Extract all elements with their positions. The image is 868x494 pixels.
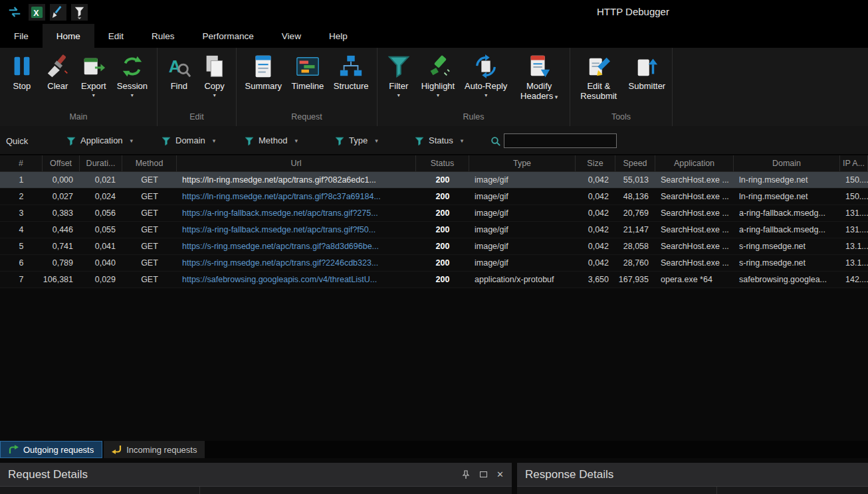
cell-url[interactable]: https://a-ring-fallback.msedge.net/apc/t… (177, 205, 416, 221)
search-input[interactable] (504, 133, 617, 148)
cell-ip[interactable]: 131.... (840, 222, 868, 238)
cell-num[interactable]: 4 (0, 222, 43, 238)
cell-num[interactable]: 6 (0, 255, 43, 271)
filter-dropdown-application[interactable]: Application▾ (66, 135, 133, 145)
export-button[interactable]: Export▾ (80, 54, 108, 112)
column-header-url[interactable]: Url (177, 155, 416, 171)
cell-duration[interactable]: 0,021 (80, 172, 122, 188)
column-header-num[interactable]: # (0, 155, 43, 171)
cell-url[interactable]: https://ln-ring.msedge.net/apc/trans.gif… (177, 189, 416, 205)
cell-num[interactable]: 1 (0, 172, 43, 188)
auto-reply-button[interactable]: Auto-Reply▾ (463, 54, 508, 112)
cell-url[interactable]: https://safebrowsing.googleapis.com/v4/t… (177, 272, 416, 288)
cell-speed[interactable]: 20,769 (615, 205, 655, 221)
cell-status[interactable]: 200 (416, 272, 469, 288)
filter-dropdown-status[interactable]: Status▾ (415, 135, 463, 145)
cell-size[interactable]: 3,650 (576, 272, 615, 288)
cell-method[interactable]: GET (122, 189, 177, 205)
request-row[interactable]: 40,4460,055GEThttps://a-ring-fallback.ms… (0, 222, 868, 238)
cell-url[interactable]: https://s-ring.msedge.net/apc/trans.gif?… (177, 255, 416, 271)
cell-status[interactable]: 200 (416, 238, 469, 254)
session-button[interactable]: Session▾ (116, 54, 149, 112)
structure-button[interactable]: Structure (332, 54, 370, 112)
find-button[interactable]: AFind (165, 54, 193, 112)
cell-speed[interactable]: 21,147 (615, 222, 655, 238)
cell-offset[interactable]: 0,789 (43, 255, 80, 271)
cell-ip[interactable]: 13.1... (840, 238, 868, 254)
column-header-application[interactable]: Application (655, 155, 734, 171)
filter-dropdown-domain[interactable]: Domain▾ (162, 135, 215, 145)
dropdown-arrow-icon[interactable]: ▾ (397, 93, 400, 98)
tab-incoming-requests[interactable]: Incoming requests (104, 441, 205, 458)
menu-item-edit[interactable]: Edit (94, 24, 138, 48)
cell-duration[interactable]: 0,055 (80, 222, 122, 238)
tab-outgoing-requests[interactable]: Outgoing requests (0, 441, 102, 458)
cell-duration[interactable]: 0,041 (80, 238, 122, 254)
column-header-offset[interactable]: Offset (43, 155, 80, 171)
cell-domain[interactable]: ln-ring.msedge.net (734, 189, 840, 205)
cell-type[interactable]: image/gif (469, 189, 576, 205)
cell-url[interactable]: https://ln-ring.msedge.net/apc/trans.gif… (177, 172, 416, 188)
cell-method[interactable]: GET (122, 238, 177, 254)
request-row[interactable]: 30,3830,056GEThttps://a-ring-fallback.ms… (0, 205, 868, 222)
submitter-button[interactable]: Submitter (627, 54, 667, 112)
cell-offset[interactable]: 106,381 (43, 272, 80, 288)
cell-method[interactable]: GET (122, 205, 177, 221)
cell-offset[interactable]: 0,000 (43, 172, 80, 188)
filter-button[interactable]: Filter▾ (385, 54, 413, 112)
cell-type[interactable]: image/gif (469, 205, 576, 221)
cell-speed[interactable]: 167,935 (615, 272, 655, 288)
cell-ip[interactable]: 13.1... (840, 255, 868, 271)
cell-type[interactable]: image/gif (469, 255, 576, 271)
cell-offset[interactable]: 0,741 (43, 238, 80, 254)
filter-dropdown-type[interactable]: Type▾ (335, 135, 378, 145)
dropdown-arrow-icon[interactable]: ▾ (437, 93, 439, 98)
cell-offset[interactable]: 0,446 (43, 222, 80, 238)
cell-duration[interactable]: 0,040 (80, 255, 122, 271)
float-icon[interactable] (480, 471, 487, 477)
cell-type[interactable]: image/gif (469, 172, 576, 188)
cell-domain[interactable]: a-ring-fallback.msedg... (734, 205, 840, 221)
cell-application[interactable]: SearchHost.exe ... (655, 222, 734, 238)
cell-size[interactable]: 0,042 (576, 238, 615, 254)
highlight-button[interactable]: Highlight▾ (420, 54, 457, 112)
cell-ip[interactable]: 150.... (840, 189, 868, 205)
excel-export-icon[interactable]: X (29, 4, 45, 21)
cell-size[interactable]: 0,042 (576, 255, 615, 271)
cell-application[interactable]: opera.exe *64 (655, 272, 734, 288)
request-row[interactable]: 50,7410,041GEThttps://s-ring.msedge.net/… (0, 238, 868, 255)
copy-button[interactable]: Copy▾ (201, 54, 229, 112)
cell-ip[interactable]: 131.... (840, 205, 868, 221)
cell-offset[interactable]: 0,027 (43, 189, 80, 205)
column-header-status[interactable]: Status (416, 155, 469, 171)
cell-domain[interactable]: safebrowsing.googlea... (734, 272, 840, 288)
menu-item-rules[interactable]: Rules (138, 24, 189, 48)
request-row[interactable]: 7106,3810,029GEThttps://safebrowsing.goo… (0, 272, 868, 288)
cell-domain[interactable]: s-ring.msedge.net (734, 255, 840, 271)
cell-speed[interactable]: 48,136 (615, 189, 655, 205)
cell-method[interactable]: GET (122, 222, 177, 238)
cell-type[interactable]: image/gif (469, 222, 576, 238)
cell-duration[interactable]: 0,024 (80, 189, 122, 205)
cell-size[interactable]: 0,042 (576, 189, 615, 205)
request-row[interactable]: 10,0000,021GEThttps://ln-ring.msedge.net… (0, 172, 868, 189)
cell-status[interactable]: 200 (416, 205, 469, 221)
close-icon[interactable]: ✕ (496, 470, 504, 479)
cell-domain[interactable]: ln-ring.msedge.net (734, 172, 840, 188)
cell-status[interactable]: 200 (416, 255, 469, 271)
request-row[interactable]: 60,7890,040GEThttps://s-ring.msedge.net/… (0, 255, 868, 272)
quick-filter-icon[interactable] (71, 4, 88, 21)
modify-headers-button[interactable]: Modify Headers ▾ (516, 54, 562, 112)
menu-item-performance[interactable]: Performance (189, 24, 268, 48)
menu-item-help[interactable]: Help (315, 24, 362, 48)
stop-button[interactable]: Stop (8, 54, 36, 112)
cell-method[interactable]: GET (122, 272, 177, 288)
cell-num[interactable]: 2 (0, 189, 43, 205)
cell-domain[interactable]: a-ring-fallback.msedg... (734, 222, 840, 238)
cell-status[interactable]: 200 (416, 172, 469, 188)
menu-item-home[interactable]: Home (43, 24, 94, 48)
cell-speed[interactable]: 28,058 (615, 238, 655, 254)
cell-status[interactable]: 200 (416, 222, 469, 238)
cell-num[interactable]: 3 (0, 205, 43, 221)
dropdown-arrow-icon[interactable]: ▾ (485, 93, 487, 98)
